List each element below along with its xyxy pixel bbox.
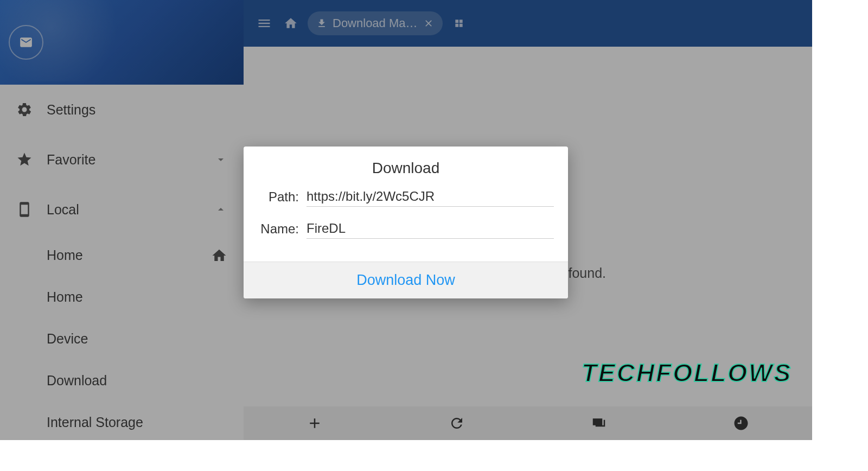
- download-now-button[interactable]: Download Now: [244, 262, 568, 298]
- windows-button[interactable]: [528, 406, 670, 440]
- tab-download-manager[interactable]: Download Ma…: [308, 11, 443, 35]
- watermark: TECHFOLLOWS: [582, 358, 792, 387]
- modal-title: Download: [244, 147, 568, 187]
- sub-device-label: Device: [47, 331, 88, 347]
- phone-icon: [16, 201, 33, 218]
- stack-icon: [591, 415, 607, 431]
- refresh-icon: [449, 415, 465, 431]
- sub-download-label: Download: [47, 373, 107, 389]
- home-tab-icon[interactable]: [284, 16, 298, 30]
- sub-home-label-2: Home: [47, 289, 83, 305]
- favorite-label: Favorite: [47, 152, 214, 168]
- bottom-bar: [244, 406, 812, 440]
- path-label: Path:: [258, 189, 299, 205]
- download-icon: [316, 18, 327, 29]
- windows-icon[interactable]: [452, 18, 465, 29]
- sidebar-sub-download[interactable]: Download: [0, 360, 244, 402]
- plus-icon: [307, 415, 323, 431]
- gear-icon: [16, 101, 33, 118]
- add-button[interactable]: [244, 406, 386, 440]
- name-input[interactable]: [307, 219, 554, 239]
- sidebar-header: [0, 0, 244, 85]
- close-icon[interactable]: [423, 18, 434, 29]
- sidebar-sub-home-1[interactable]: Home: [0, 234, 244, 276]
- clock-icon: [733, 415, 749, 431]
- chevron-down-icon: [214, 153, 227, 166]
- mail-button[interactable]: [9, 25, 43, 60]
- sidebar-item-local[interactable]: Local: [0, 184, 244, 234]
- mail-icon: [17, 35, 35, 49]
- download-modal: Download Path: Name: Download Now: [244, 147, 568, 298]
- content-status: found.: [568, 265, 606, 281]
- name-label: Name:: [258, 221, 299, 237]
- star-icon: [16, 151, 33, 168]
- refresh-button[interactable]: [386, 406, 528, 440]
- sidebar-item-settings[interactable]: Settings: [0, 85, 244, 135]
- path-input[interactable]: [307, 187, 554, 207]
- top-bar: Download Ma…: [244, 0, 812, 47]
- sub-internal-label: Internal Storage: [47, 415, 143, 430]
- chevron-up-icon: [214, 203, 227, 216]
- bottom-border: [0, 440, 868, 471]
- settings-label: Settings: [47, 102, 227, 118]
- tab-label: Download Ma…: [333, 16, 418, 30]
- history-button[interactable]: [670, 406, 812, 440]
- sidebar-sub-internal[interactable]: Internal Storage: [0, 402, 244, 443]
- sidebar-sub-device[interactable]: Device: [0, 318, 244, 360]
- home-icon: [211, 247, 227, 264]
- sidebar-item-favorite[interactable]: Favorite: [0, 135, 244, 184]
- sidebar: Settings Favorite Local Home Home Device…: [0, 0, 244, 440]
- sidebar-sub-home-2[interactable]: Home: [0, 276, 244, 318]
- sub-home-label-1: Home: [47, 247, 211, 263]
- hamburger-icon[interactable]: [254, 16, 274, 31]
- local-label: Local: [47, 202, 214, 218]
- right-border: [812, 0, 868, 471]
